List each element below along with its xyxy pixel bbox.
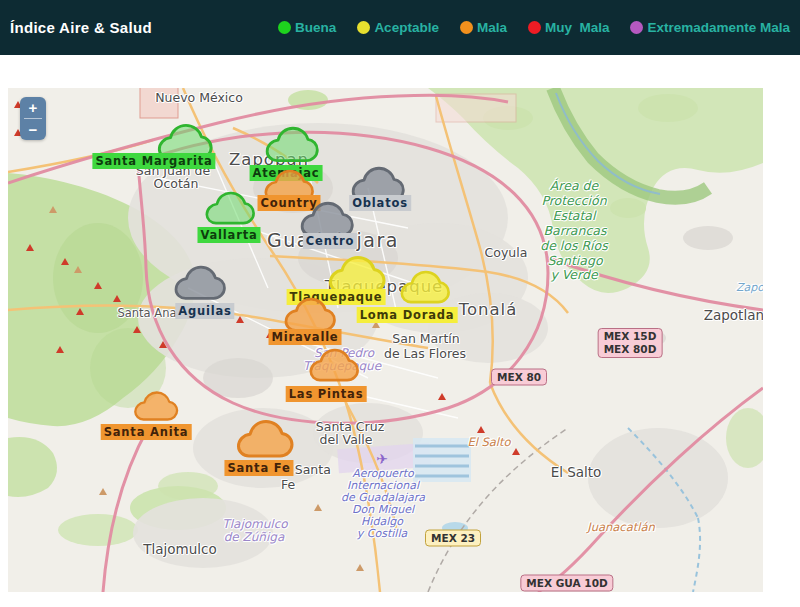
zoom-out-button[interactable]: − — [20, 119, 46, 140]
road-shield-text: MEX 23 — [431, 532, 475, 545]
station-label: Loma Dorada — [357, 307, 458, 323]
map-place-label: Zapotlane — [704, 307, 763, 323]
station-cloud-icon[interactable] — [262, 124, 322, 165]
station-label: Miravalle — [269, 329, 342, 345]
map-place-label: Tlajomulco — [222, 517, 287, 531]
legend-item-label: Buena — [295, 20, 336, 35]
airport-plane-icon: ✈ — [376, 451, 388, 467]
road-shield-text: MEX 15D — [604, 330, 657, 343]
map-place-label: Santa Ana — [117, 306, 176, 320]
legend-item: Buena — [278, 20, 336, 35]
station-label: Centro — [303, 233, 357, 249]
map-place-label: Zapo — [736, 281, 763, 294]
road-shield-text: MEX 80D — [604, 343, 657, 356]
map-place-label: El Salto — [551, 464, 602, 480]
map-place-label: Fe — [281, 477, 295, 492]
legend-item: Muy Mala — [528, 20, 610, 35]
app-title: Índice Aire & Salud — [10, 19, 152, 36]
station-cloud-icon[interactable] — [397, 268, 453, 307]
station-label: Santa Fe — [224, 460, 293, 476]
legend-item-label: Mala — [477, 20, 507, 35]
legend-item: Extremadamente Mala — [630, 20, 790, 35]
map-place-label: del Valle — [320, 432, 373, 447]
map-container[interactable]: + − Nuevo México Zapopan San Juan de Oco… — [8, 88, 763, 592]
station-cloud-icon[interactable] — [233, 417, 297, 461]
map-place-label: Barrancas — [544, 223, 607, 238]
road-shield-badge: MEX 15DMEX 80D — [598, 328, 663, 358]
map-place-label: Tlajomulco — [143, 541, 216, 557]
map-place-label: Santiago — [547, 253, 602, 268]
station-cloud-icon[interactable] — [202, 189, 258, 228]
legend-item-label: Extremadamente Mala — [647, 20, 790, 35]
map-place-label: Tonalá — [459, 300, 518, 319]
map-place-label: y Verde — [550, 267, 597, 282]
map-place-label: Estatal — [552, 208, 595, 223]
map-place-label: Área de — [550, 178, 598, 193]
app-header: Índice Aire & Salud Buena Aceptable Mala… — [0, 0, 800, 55]
page: Índice Aire & Salud Buena Aceptable Mala… — [0, 0, 800, 607]
map-place-label: Juanacatlán — [587, 520, 654, 534]
map-place-label: San Martín — [392, 331, 459, 346]
station-label: Vallarta — [197, 227, 260, 243]
legend-item-label: Aceptable — [374, 20, 439, 35]
station-label: Santa Margarita — [92, 153, 215, 169]
road-shield-badge: MEX GUA 10D — [520, 575, 613, 592]
map-place-label: de los Ríos — [540, 238, 608, 253]
map-place-label: Coyula — [485, 245, 528, 260]
legend-item: Mala — [460, 20, 507, 35]
map-place-label: Protección — [541, 193, 606, 208]
station-cloud-icon[interactable] — [306, 346, 362, 385]
map-place-label: El Salto — [467, 435, 510, 449]
map-place-label: Nuevo México — [155, 90, 243, 105]
road-shield-text: MEX 80 — [497, 371, 541, 384]
map-place-label: y Costilla — [357, 527, 407, 540]
station-label: Oblatos — [349, 195, 411, 211]
aqi-legend: Buena Aceptable Mala Muy Mala Extremadam… — [278, 20, 790, 35]
road-shield-text: MEX GUA 10D — [526, 577, 607, 590]
legend-dot-icon — [460, 21, 473, 34]
map-place-label: de Zúñiga — [224, 530, 285, 544]
station-cloud-icon[interactable] — [131, 389, 181, 423]
station-label: Aguilas — [175, 303, 234, 319]
station-cloud-icon[interactable] — [171, 263, 229, 303]
legend-item-label: Muy Mala — [545, 20, 610, 35]
station-label: Santa Anita — [101, 424, 192, 440]
road-shield-badge: MEX 23 — [425, 530, 481, 547]
map-place-label: de Las Flores — [384, 346, 466, 361]
legend-dot-icon — [278, 21, 291, 34]
zoom-in-button[interactable]: + — [20, 97, 46, 118]
legend-dot-icon — [357, 21, 370, 34]
map-place-label: Ocotán — [154, 176, 199, 191]
legend-dot-icon — [630, 21, 643, 34]
legend-dot-icon — [528, 21, 541, 34]
road-shield-badge: MEX 80 — [491, 369, 547, 386]
map-zoom-control: + − — [20, 97, 46, 140]
legend-item: Aceptable — [357, 20, 439, 35]
station-label: Las Pintas — [286, 386, 367, 402]
